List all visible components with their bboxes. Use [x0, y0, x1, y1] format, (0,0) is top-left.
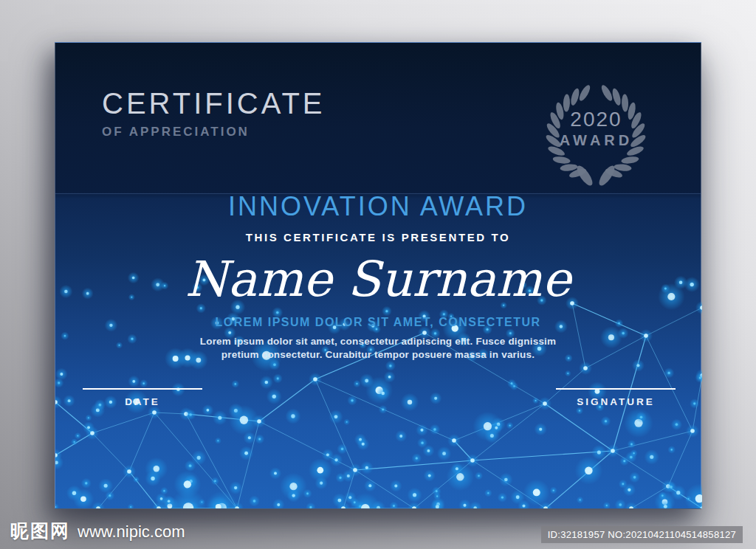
certificate-content: CERTIFICATE OF APPRECIATION 2020 AWARD I… — [55, 43, 701, 508]
certificate-title: CERTIFICATE — [102, 89, 326, 118]
site-watermark: 昵图网 www.nipic.com — [10, 519, 185, 543]
certificate-card: CERTIFICATE OF APPRECIATION 2020 AWARD I… — [55, 42, 701, 509]
recipient-name: Name Surname — [55, 246, 701, 312]
image-id-watermark: ID:32181957 NO:20210421104514858127 — [541, 526, 743, 543]
site-url: www.nipic.com — [78, 522, 185, 542]
description-line-1: Lorem ipsum dolor sit amet, consectetur … — [55, 335, 701, 348]
award-title: INNOVATION AWARD — [55, 191, 701, 222]
certificate-header: CERTIFICATE OF APPRECIATION — [102, 89, 326, 139]
date-field: DATE — [83, 388, 202, 407]
page-background: CERTIFICATE OF APPRECIATION 2020 AWARD I… — [0, 0, 756, 549]
tagline: LOREM IPSUM DOLOR SIT AMET, CONSECTETUR — [55, 316, 701, 329]
badge-label: AWARD — [532, 132, 661, 149]
award-badge: 2020 AWARD — [532, 74, 661, 193]
date-label: DATE — [83, 396, 202, 407]
description-text: Lorem ipsum dolor sit amet, consectetur … — [55, 335, 701, 362]
signature-label: SIGNATURE — [556, 396, 676, 407]
presented-line: THIS CERTIFICATE IS PRESENTED TO — [55, 231, 701, 244]
date-line — [83, 388, 202, 390]
site-logo-text: 昵图网 — [10, 519, 70, 543]
signature-field: SIGNATURE — [556, 388, 676, 407]
signature-line — [556, 388, 676, 390]
certificate-subtitle: OF APPRECIATION — [102, 125, 326, 139]
badge-year: 2020 — [532, 108, 661, 131]
description-line-2: pretium consectetur. Curabitur tempor po… — [55, 348, 701, 362]
